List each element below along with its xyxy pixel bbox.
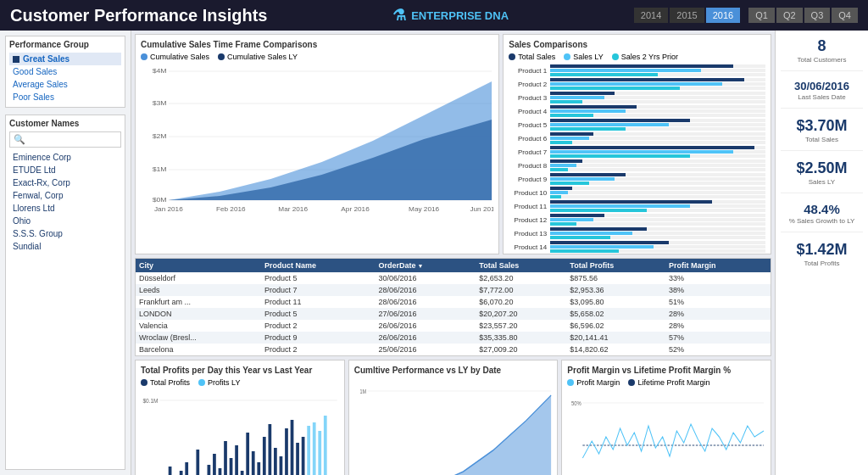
sales-5: $23,557.20 (476, 320, 566, 332)
customer-sss[interactable]: S.S.S. Group (9, 227, 121, 240)
performance-group-title: Performance Group (9, 40, 121, 49)
customer-fenwal[interactable]: Fenwal, Corp (9, 189, 121, 202)
city-1: Düsseldorf (136, 272, 261, 284)
q4-button[interactable]: Q4 (832, 8, 858, 23)
search-input[interactable] (25, 136, 117, 144)
col-order-date[interactable]: OrderDate (376, 259, 476, 272)
legend-label-cumulative: Cumulative Sales (150, 53, 209, 61)
year-button-group: 2014 2015 2016 (634, 8, 740, 23)
svg-text:Jun 2016: Jun 2016 (470, 205, 493, 213)
header-title: Customer Performance Insights (10, 6, 267, 25)
search-box[interactable]: 🔍 (9, 131, 121, 148)
customer-sundial[interactable]: Sundial (9, 240, 121, 253)
center-panel: Cumulative Sales Time Frame Comparisons … (131, 31, 775, 475)
year-2015-button[interactable]: 2015 (670, 8, 704, 23)
metric-date-label: Last Sales Date (798, 93, 845, 101)
customer-etude[interactable]: ETUDE Ltd (9, 164, 121, 176)
bar-label-p12: Product 12 (509, 216, 547, 224)
header: Customer Performance Insights ⚗ ENTERPRI… (0, 0, 868, 31)
metric-sales-label: Total Sales (805, 136, 838, 143)
customer-list: Eminence Corp ETUDE Ltd Exact-Rx, Corp F… (9, 151, 121, 253)
bar-ly-p1 (550, 69, 765, 72)
metric-sales-ly: $2.50M Sales LY (781, 159, 863, 193)
bar-label-p3: Product 3 (509, 94, 547, 102)
bar-row-p7: Product 7 (509, 146, 765, 158)
svg-text:Apr 2016: Apr 2016 (341, 205, 370, 213)
metric-profits-label: Total Profits (804, 260, 840, 267)
bar-ly-p9 (550, 177, 765, 181)
customer-eminence[interactable]: Eminence Corp (9, 151, 121, 164)
table-row: LONDON Product 5 27/06/2016 $20,207.20 $… (136, 308, 771, 320)
bar-total-p5 (550, 119, 765, 122)
svg-rect-40 (263, 437, 266, 475)
legend-label-profits-ly: Profits LY (208, 378, 240, 387)
metric-total-profits: $1.42M Total Profits (781, 241, 863, 274)
city-3: Frankfurt am ... (136, 296, 261, 308)
svg-rect-43 (280, 456, 283, 475)
bar-row-p2: Product 2 (509, 78, 765, 90)
bar-ly-p2 (550, 82, 765, 86)
legend-label-sales-ly: Sales LY (573, 53, 603, 61)
customer-ohio[interactable]: Ohio (9, 215, 121, 227)
legend-pm: Profit Margin (567, 378, 620, 387)
bar-label-p5: Product 5 (509, 121, 547, 129)
bar-row-p8: Product 8 (509, 159, 765, 171)
col-product: Product Name (261, 259, 376, 272)
bar-group-p1 (550, 64, 765, 76)
bar-label-p14: Product 14 (509, 243, 547, 251)
bar-prior-p5 (550, 127, 765, 131)
customer-exactrx[interactable]: Exact-Rx, Corp (9, 176, 121, 189)
product-4: Product 5 (261, 308, 376, 320)
svg-text:Feb 2016: Feb 2016 (216, 205, 246, 213)
profit-5: $6,596.02 (566, 320, 665, 332)
svg-rect-34 (230, 458, 233, 475)
sales-comp-legend: Total Sales Sales LY Sales 2 Yrs Prior (509, 53, 765, 61)
year-2014-button[interactable]: 2014 (634, 8, 668, 23)
bar-prior-p8 (550, 168, 765, 171)
year-2016-button[interactable]: 2016 (706, 8, 740, 23)
legend-sales-prior: Sales 2 Yrs Prior (612, 53, 678, 61)
legend-dot-sales-ly (564, 53, 570, 60)
bottom-section: Total Profits per Day this Year vs Last … (135, 360, 771, 475)
q1-button[interactable]: Q1 (748, 8, 775, 23)
bar-prior-p6 (550, 141, 765, 144)
bar-prior-p13 (550, 236, 765, 239)
bar-total-p1 (550, 64, 765, 68)
legend-label-prior: Sales 2 Yrs Prior (621, 53, 678, 61)
q3-button[interactable]: Q3 (804, 8, 831, 23)
bar-label-p2: Product 2 (509, 81, 547, 88)
perf-item-poor[interactable]: Poor Sales (9, 91, 121, 103)
bar-label-p13: Product 13 (509, 230, 547, 238)
svg-rect-46 (296, 443, 299, 475)
svg-marker-59 (367, 395, 551, 475)
bar-group-p6 (550, 132, 765, 144)
legend-label-ly: Cumulative Sales LY (227, 53, 298, 61)
perf-item-average[interactable]: Average Sales (9, 78, 121, 91)
svg-rect-30 (208, 465, 211, 475)
date-4: 27/06/2016 (376, 308, 476, 320)
bar-prior-p3 (550, 100, 765, 103)
perf-great-label: Great Sales (23, 54, 70, 64)
table-row: Leeds Product 7 28/06/2016 $7,772.00 $2,… (136, 284, 771, 296)
svg-rect-37 (246, 433, 249, 475)
header-logo: ⚗ ENTERPRISE DNA (392, 6, 509, 25)
legend-dot-ly (218, 53, 225, 60)
perf-item-good[interactable]: Good Sales (9, 65, 121, 78)
bar-label-p4: Product 4 (509, 108, 547, 115)
legend-label-lpm: Lifetime Profit Margin (637, 378, 709, 387)
table-wrapper[interactable]: City Product Name OrderDate Total Sales … (136, 259, 771, 355)
svg-text:Jan 2016: Jan 2016 (154, 205, 183, 213)
bar-total-p8 (550, 159, 765, 163)
city-2: Leeds (136, 284, 261, 296)
customer-llorens[interactable]: Llorens Ltd (9, 202, 121, 215)
legend-label-profits: Total Profits (150, 378, 190, 387)
sales-2: $7,772.00 (476, 284, 566, 296)
q2-button[interactable]: Q2 (776, 8, 803, 23)
cumulative-perf-svg: 1M 0M Jan 2016 Feb 2016 Mar 2016 Apr 201… (354, 378, 553, 475)
margin-4: 28% (665, 308, 771, 320)
perf-item-great[interactable]: Great Sales (9, 53, 121, 65)
svg-rect-51 (324, 416, 327, 475)
legend-profits-ly: Profits LY (198, 378, 240, 387)
legend-dot-cumulative (141, 53, 147, 60)
bar-prior-p12 (550, 222, 765, 226)
